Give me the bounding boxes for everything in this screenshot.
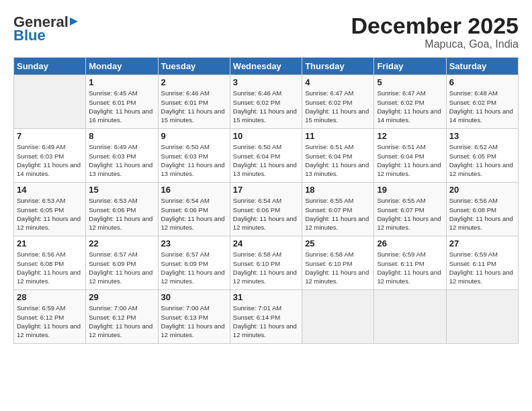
calendar-cell: 18Sunrise: 6:55 AMSunset: 6:07 PMDayligh… <box>302 183 374 236</box>
calendar-week-2: 7Sunrise: 6:49 AMSunset: 6:03 PMDaylight… <box>14 129 519 183</box>
day-number: 4 <box>305 77 371 87</box>
calendar-cell: 16Sunrise: 6:54 AMSunset: 6:06 PMDayligh… <box>158 183 230 236</box>
day-number: 28 <box>17 292 83 302</box>
day-number: 22 <box>89 238 154 248</box>
day-info: Sunrise: 6:51 AMSunset: 6:04 PMDaylight:… <box>377 142 443 178</box>
day-number: 29 <box>89 292 154 302</box>
day-info: Sunrise: 6:51 AMSunset: 6:04 PMDaylight:… <box>305 142 371 178</box>
calendar-cell: 6Sunrise: 6:48 AMSunset: 6:02 PMDaylight… <box>446 75 518 129</box>
calendar-cell: 28Sunrise: 6:59 AMSunset: 6:12 PMDayligh… <box>14 290 86 344</box>
calendar-cell: 15Sunrise: 6:53 AMSunset: 6:06 PMDayligh… <box>86 183 158 236</box>
day-info: Sunrise: 7:01 AMSunset: 6:14 PMDaylight:… <box>233 304 299 339</box>
day-number: 11 <box>305 131 371 141</box>
calendar-cell: 12Sunrise: 6:51 AMSunset: 6:04 PMDayligh… <box>374 129 446 183</box>
day-info: Sunrise: 6:46 AMSunset: 6:01 PMDaylight:… <box>161 89 227 124</box>
day-info: Sunrise: 6:50 AMSunset: 6:04 PMDaylight:… <box>233 142 299 178</box>
day-info: Sunrise: 7:00 AMSunset: 6:12 PMDaylight:… <box>89 304 154 339</box>
day-info: Sunrise: 6:57 AMSunset: 6:09 PMDaylight:… <box>89 250 154 285</box>
day-number: 16 <box>161 185 227 195</box>
day-number: 7 <box>17 131 83 141</box>
calendar-cell: 22Sunrise: 6:57 AMSunset: 6:09 PMDayligh… <box>86 236 158 290</box>
page-header: General Blue December 2025 Mapuca, Goa, … <box>13 13 519 50</box>
calendar-cell: 4Sunrise: 6:47 AMSunset: 6:02 PMDaylight… <box>302 75 374 129</box>
day-info: Sunrise: 6:47 AMSunset: 6:02 PMDaylight:… <box>305 89 371 124</box>
calendar-cell: 11Sunrise: 6:51 AMSunset: 6:04 PMDayligh… <box>302 129 374 183</box>
calendar-week-5: 28Sunrise: 6:59 AMSunset: 6:12 PMDayligh… <box>14 290 519 344</box>
calendar-cell: 26Sunrise: 6:59 AMSunset: 6:11 PMDayligh… <box>374 236 446 290</box>
col-saturday: Saturday <box>446 58 518 75</box>
col-wednesday: Wednesday <box>230 58 302 75</box>
calendar-cell: 14Sunrise: 6:53 AMSunset: 6:05 PMDayligh… <box>14 183 86 236</box>
col-friday: Friday <box>374 58 446 75</box>
day-info: Sunrise: 6:49 AMSunset: 6:03 PMDaylight:… <box>17 142 83 178</box>
logo: General Blue <box>13 13 81 44</box>
day-info: Sunrise: 6:55 AMSunset: 6:07 PMDaylight:… <box>377 196 443 232</box>
day-info: Sunrise: 6:59 AMSunset: 6:11 PMDaylight:… <box>377 250 443 285</box>
day-number: 20 <box>449 185 515 195</box>
col-tuesday: Tuesday <box>158 58 230 75</box>
day-info: Sunrise: 6:53 AMSunset: 6:06 PMDaylight:… <box>89 196 154 232</box>
calendar-cell: 7Sunrise: 6:49 AMSunset: 6:03 PMDaylight… <box>14 129 86 183</box>
day-number: 30 <box>161 292 227 302</box>
day-info: Sunrise: 6:52 AMSunset: 6:05 PMDaylight:… <box>449 142 515 178</box>
day-info: Sunrise: 6:47 AMSunset: 6:02 PMDaylight:… <box>377 89 443 124</box>
calendar-cell: 1Sunrise: 6:45 AMSunset: 6:01 PMDaylight… <box>86 75 158 129</box>
calendar-cell: 21Sunrise: 6:56 AMSunset: 6:08 PMDayligh… <box>14 236 86 290</box>
calendar-cell: 31Sunrise: 7:01 AMSunset: 6:14 PMDayligh… <box>230 290 302 344</box>
day-info: Sunrise: 6:56 AMSunset: 6:08 PMDaylight:… <box>449 196 515 232</box>
calendar-table: Sunday Monday Tuesday Wednesday Thursday… <box>13 57 519 344</box>
header-row: Sunday Monday Tuesday Wednesday Thursday… <box>14 58 519 75</box>
day-number: 2 <box>161 77 227 87</box>
day-info: Sunrise: 6:46 AMSunset: 6:02 PMDaylight:… <box>233 89 299 124</box>
day-info: Sunrise: 6:57 AMSunset: 6:09 PMDaylight:… <box>161 250 227 285</box>
calendar-cell: 3Sunrise: 6:46 AMSunset: 6:02 PMDaylight… <box>230 75 302 129</box>
calendar-cell: 24Sunrise: 6:58 AMSunset: 6:10 PMDayligh… <box>230 236 302 290</box>
col-sunday: Sunday <box>14 58 86 75</box>
location: Mapuca, Goa, India <box>351 38 519 50</box>
day-info: Sunrise: 6:59 AMSunset: 6:12 PMDaylight:… <box>17 304 83 339</box>
day-info: Sunrise: 6:55 AMSunset: 6:07 PMDaylight:… <box>305 196 371 232</box>
calendar-cell: 13Sunrise: 6:52 AMSunset: 6:05 PMDayligh… <box>446 129 518 183</box>
day-number: 14 <box>17 185 83 195</box>
day-number: 21 <box>17 238 83 248</box>
calendar-cell: 25Sunrise: 6:58 AMSunset: 6:10 PMDayligh… <box>302 236 374 290</box>
calendar-cell <box>446 290 518 344</box>
day-number: 6 <box>449 77 515 87</box>
day-info: Sunrise: 6:58 AMSunset: 6:10 PMDaylight:… <box>305 250 371 285</box>
day-info: Sunrise: 6:45 AMSunset: 6:01 PMDaylight:… <box>89 89 154 124</box>
day-number: 27 <box>449 238 515 248</box>
calendar-cell: 8Sunrise: 6:49 AMSunset: 6:03 PMDaylight… <box>86 129 158 183</box>
calendar-cell: 29Sunrise: 7:00 AMSunset: 6:12 PMDayligh… <box>86 290 158 344</box>
col-thursday: Thursday <box>302 58 374 75</box>
day-info: Sunrise: 6:54 AMSunset: 6:06 PMDaylight:… <box>233 196 299 232</box>
calendar-cell: 30Sunrise: 7:00 AMSunset: 6:13 PMDayligh… <box>158 290 230 344</box>
calendar-week-3: 14Sunrise: 6:53 AMSunset: 6:05 PMDayligh… <box>14 183 519 236</box>
calendar-cell <box>374 290 446 344</box>
logo-blue: Blue <box>13 27 46 44</box>
day-number: 15 <box>89 185 154 195</box>
day-number: 12 <box>377 131 443 141</box>
day-info: Sunrise: 6:48 AMSunset: 6:02 PMDaylight:… <box>449 89 515 124</box>
day-number: 26 <box>377 238 443 248</box>
day-info: Sunrise: 6:56 AMSunset: 6:08 PMDaylight:… <box>17 250 83 285</box>
calendar-week-4: 21Sunrise: 6:56 AMSunset: 6:08 PMDayligh… <box>14 236 519 290</box>
day-number: 13 <box>449 131 515 141</box>
calendar-week-1: 1Sunrise: 6:45 AMSunset: 6:01 PMDaylight… <box>14 75 519 129</box>
day-info: Sunrise: 6:50 AMSunset: 6:03 PMDaylight:… <box>161 142 227 178</box>
calendar-cell: 9Sunrise: 6:50 AMSunset: 6:03 PMDaylight… <box>158 129 230 183</box>
day-number: 5 <box>377 77 443 87</box>
day-number: 1 <box>89 77 154 87</box>
day-number: 23 <box>161 238 227 248</box>
calendar-cell: 27Sunrise: 6:59 AMSunset: 6:11 PMDayligh… <box>446 236 518 290</box>
calendar-cell: 10Sunrise: 6:50 AMSunset: 6:04 PMDayligh… <box>230 129 302 183</box>
calendar-cell: 19Sunrise: 6:55 AMSunset: 6:07 PMDayligh… <box>374 183 446 236</box>
calendar-cell: 17Sunrise: 6:54 AMSunset: 6:06 PMDayligh… <box>230 183 302 236</box>
day-number: 19 <box>377 185 443 195</box>
title-block: December 2025 Mapuca, Goa, India <box>351 13 519 50</box>
day-number: 3 <box>233 77 299 87</box>
logo-icon <box>70 16 81 28</box>
day-info: Sunrise: 6:54 AMSunset: 6:06 PMDaylight:… <box>161 196 227 232</box>
day-number: 31 <box>233 292 299 302</box>
calendar-cell <box>302 290 374 344</box>
calendar-cell <box>14 75 86 129</box>
